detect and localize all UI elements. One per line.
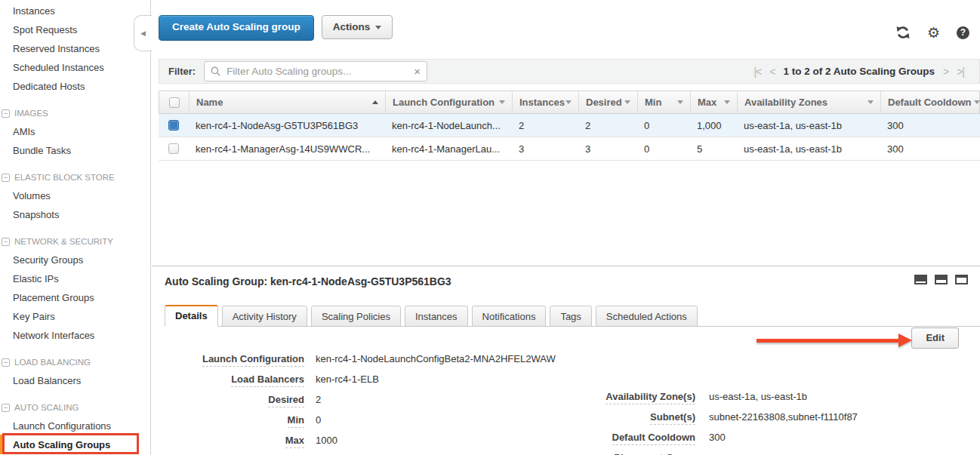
- field-label-col: Desired: [165, 394, 304, 407]
- sidebar-item-placement-groups[interactable]: Placement Groups: [0, 288, 150, 307]
- row-checkbox[interactable]: [168, 120, 179, 131]
- sidebar-item-spot-requests[interactable]: Spot Requests: [0, 20, 150, 39]
- tab-scaling-policies[interactable]: Scaling Policies: [311, 306, 401, 327]
- field-label-col: Max: [165, 435, 304, 448]
- sidebar-item-label: Scheduled Instances: [13, 62, 104, 73]
- create-auto-scaling-group-button[interactable]: Create Auto Scaling group: [159, 15, 314, 41]
- sidebar-item-load-balancers[interactable]: Load Balancers: [0, 371, 150, 390]
- sidebar-section-images[interactable]: −IMAGES: [0, 104, 150, 122]
- actions-dropdown-button[interactable]: Actions: [322, 15, 393, 39]
- table-row[interactable]: ken-rc4-1-NodeAsg-G5TU3P561BG3ken-rc4-1-…: [159, 114, 980, 137]
- toolbar: Create Auto Scaling group Actions: [159, 15, 393, 41]
- sidebar-item-launch-configurations[interactable]: Launch Configurations: [0, 417, 150, 435]
- sidebar-item-security-groups[interactable]: Security Groups: [0, 251, 150, 269]
- sidebar-item-scheduled-instances[interactable]: Scheduled Instances: [0, 58, 150, 77]
- pane-layout-medium-icon[interactable]: [935, 275, 948, 284]
- tab-instances[interactable]: Instances: [405, 306, 468, 327]
- field-value: 300: [709, 432, 726, 445]
- filter-searchbox[interactable]: ×: [204, 61, 427, 81]
- sidebar-section-load-balancing[interactable]: −LOAD BALANCING: [0, 353, 150, 371]
- cell-max: 1,000: [690, 120, 737, 131]
- next-page-button[interactable]: >: [943, 66, 948, 78]
- first-page-button[interactable]: |<: [753, 66, 761, 78]
- cell-instances: 3: [512, 143, 578, 155]
- clear-filter-icon[interactable]: ×: [414, 66, 421, 77]
- field-value: ken-rc4-1-ELB: [316, 374, 379, 387]
- sidebar-item-label: Volumes: [13, 190, 51, 201]
- cell-text: 0: [644, 143, 649, 155]
- sidebar-section-label: LOAD BALANCING: [14, 358, 91, 367]
- last-page-button[interactable]: >|: [957, 66, 964, 78]
- sidebar-item-label: AMIs: [13, 126, 35, 137]
- field-label-col: Launch Configuration: [165, 353, 304, 367]
- sidebar-section-elastic-block-store[interactable]: −ELASTIC BLOCK STORE: [0, 168, 150, 186]
- sidebar-section-label: AUTO SCALING: [14, 403, 79, 412]
- pane-layout-large-icon[interactable]: [955, 275, 968, 284]
- cell-default-cooldown: 300: [880, 143, 980, 155]
- row-checkbox[interactable]: [168, 143, 179, 154]
- sidebar-nav: InstancesSpot RequestsReserved Instances…: [0, 0, 151, 455]
- collapse-minus-icon[interactable]: −: [2, 238, 10, 246]
- sidebar-item-key-pairs[interactable]: Key Pairs: [0, 307, 150, 326]
- select-all-checkbox-cell[interactable]: [159, 91, 190, 113]
- cell-text: us-east-1a, us-east-1b: [744, 120, 842, 131]
- sidebar-collapse-button[interactable]: ◀: [134, 15, 152, 51]
- column-label: Name: [196, 97, 223, 108]
- cell-text: 0: [644, 120, 649, 131]
- sidebar-section-network-security[interactable]: −NETWORK & SECURITY: [0, 232, 150, 251]
- tab-activity-history[interactable]: Activity History: [222, 306, 307, 327]
- tab-scheduled-actions[interactable]: Scheduled Actions: [596, 306, 698, 327]
- cell-min: 0: [637, 120, 690, 131]
- previous-page-button[interactable]: <: [769, 66, 775, 78]
- column-label: Launch Configuration: [393, 97, 495, 108]
- tab-tags[interactable]: Tags: [550, 306, 591, 327]
- sidebar-item-instances[interactable]: Instances: [0, 2, 150, 20]
- column-header-desired[interactable]: Desired: [579, 91, 638, 113]
- sidebar-section-auto-scaling[interactable]: −AUTO SCALING: [0, 398, 150, 417]
- select-all-checkbox[interactable]: [169, 97, 180, 108]
- sidebar-item-bundle-tasks[interactable]: Bundle Tasks: [0, 141, 150, 160]
- column-header-instances[interactable]: Instances: [513, 91, 579, 113]
- sidebar-item-network-interfaces[interactable]: Network Interfaces: [0, 326, 150, 345]
- tab-notifications[interactable]: Notifications: [472, 306, 547, 327]
- collapse-minus-icon[interactable]: −: [2, 109, 10, 118]
- collapse-minus-icon[interactable]: −: [2, 358, 10, 367]
- table-row[interactable]: ken-rc4-1-ManagerAsg-14US9WWCR...ken-rc4…: [159, 137, 980, 161]
- sidebar-item-dedicated-hosts[interactable]: Dedicated Hosts: [0, 77, 150, 96]
- help-icon[interactable]: ?: [957, 26, 969, 39]
- sidebar-item-snapshots[interactable]: Snapshots: [0, 205, 150, 224]
- cell-text: 3: [585, 143, 590, 155]
- sidebar-item-elastic-ips[interactable]: Elastic IPs: [0, 269, 150, 288]
- sidebar-item-label: Load Balancers: [13, 375, 81, 386]
- sidebar-item-label: Spot Requests: [13, 24, 77, 35]
- edit-button[interactable]: Edit: [911, 327, 959, 349]
- sidebar-item-auto-scaling-groups[interactable]: Auto Scaling Groups: [0, 435, 150, 454]
- cell-desired: 3: [578, 143, 637, 155]
- row-checkbox-cell[interactable]: [159, 120, 189, 131]
- column-header-min[interactable]: Min: [638, 91, 691, 113]
- pane-layout-small-icon[interactable]: [914, 275, 927, 284]
- sidebar-item-label: Elastic IPs: [13, 273, 59, 284]
- row-checkbox-cell[interactable]: [159, 143, 189, 154]
- gear-icon[interactable]: ⚙: [927, 26, 940, 40]
- annotation-arrow: [757, 334, 912, 348]
- filter-input[interactable]: [225, 65, 414, 78]
- sidebar-item-volumes[interactable]: Volumes: [0, 186, 150, 205]
- sidebar-item-label: Reserved Instances: [13, 43, 100, 54]
- column-header-availability-zones[interactable]: Availability Zones: [738, 91, 881, 113]
- column-label: Max: [698, 97, 717, 108]
- column-label: Desired: [586, 97, 622, 108]
- sidebar-item-reserved-instances[interactable]: Reserved Instances: [0, 39, 150, 58]
- sidebar-item-amis[interactable]: AMIs: [0, 122, 150, 141]
- refresh-icon[interactable]: [895, 25, 911, 40]
- collapse-minus-icon[interactable]: −: [2, 174, 10, 182]
- tab-label: Details: [175, 310, 208, 321]
- collapse-minus-icon[interactable]: −: [2, 404, 10, 412]
- main-content: Create Auto Scaling group Actions ⚙ ? Fi…: [152, 0, 980, 455]
- column-header-default-cooldown[interactable]: Default Cooldown: [881, 91, 980, 113]
- chevron-down-icon: [499, 100, 505, 104]
- tab-details[interactable]: Details: [165, 305, 218, 327]
- column-header-name[interactable]: Name: [190, 91, 386, 113]
- column-header-launch-configuration[interactable]: Launch Configuration: [386, 91, 513, 113]
- column-header-max[interactable]: Max: [691, 91, 738, 113]
